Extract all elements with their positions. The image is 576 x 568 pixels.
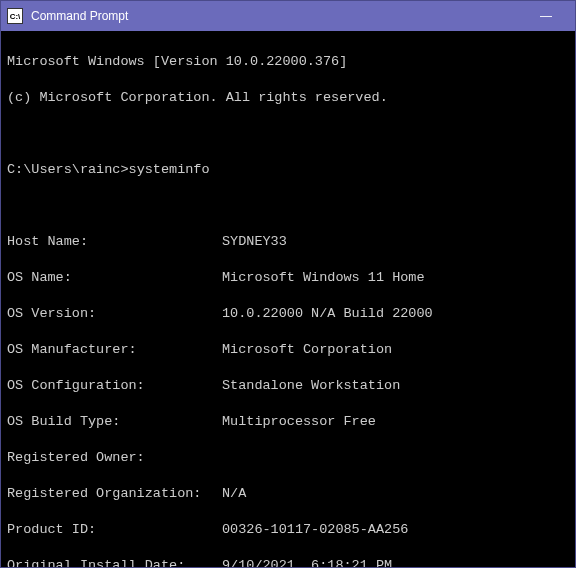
window-controls: —	[523, 1, 569, 31]
info-value: SYDNEY33	[222, 233, 569, 251]
cmd-icon: C:\	[7, 8, 23, 24]
info-label: OS Name:	[7, 269, 222, 287]
header-line-1: Microsoft Windows [Version 10.0.22000.37…	[7, 53, 569, 71]
info-row: Product ID:00326-10117-02085-AA256	[7, 521, 569, 539]
info-label: OS Configuration:	[7, 377, 222, 395]
command-prompt-window: C:\ Command Prompt — Microsoft Windows […	[0, 0, 576, 568]
blank-line	[7, 197, 569, 215]
titlebar[interactable]: C:\ Command Prompt —	[1, 1, 575, 31]
info-row: Registered Owner:	[7, 449, 569, 467]
info-label: OS Version:	[7, 305, 222, 323]
info-label: Product ID:	[7, 521, 222, 539]
info-label: Host Name:	[7, 233, 222, 251]
info-row: Registered Organization:N/A	[7, 485, 569, 503]
info-label: Registered Organization:	[7, 485, 222, 503]
prompt-line: C:\Users\rainc>systeminfo	[7, 161, 569, 179]
info-row: OS Build Type:Multiprocessor Free	[7, 413, 569, 431]
info-row: OS Configuration:Standalone Workstation	[7, 377, 569, 395]
info-value: 00326-10117-02085-AA256	[222, 521, 569, 539]
info-label: OS Manufacturer:	[7, 341, 222, 359]
info-value: 9/10/2021, 6:18:21 PM	[222, 557, 569, 567]
info-value: N/A	[222, 485, 569, 503]
info-label: OS Build Type:	[7, 413, 222, 431]
prompt-path: C:\Users\rainc>	[7, 161, 129, 179]
info-label: Registered Owner:	[7, 449, 222, 467]
info-value: 10.0.22000 N/A Build 22000	[222, 305, 569, 323]
info-value	[222, 449, 569, 467]
header-line-2: (c) Microsoft Corporation. All rights re…	[7, 89, 569, 107]
info-value: Microsoft Windows 11 Home	[222, 269, 569, 287]
info-value: Microsoft Corporation	[222, 341, 569, 359]
info-row: Host Name:SYDNEY33	[7, 233, 569, 251]
blank-line	[7, 125, 569, 143]
info-value: Multiprocessor Free	[222, 413, 569, 431]
info-row: Original Install Date:9/10/2021, 6:18:21…	[7, 557, 569, 567]
terminal-output[interactable]: Microsoft Windows [Version 10.0.22000.37…	[1, 31, 575, 567]
minimize-button[interactable]: —	[523, 1, 569, 31]
info-row: OS Name:Microsoft Windows 11 Home	[7, 269, 569, 287]
info-row: OS Manufacturer:Microsoft Corporation	[7, 341, 569, 359]
info-label: Original Install Date:	[7, 557, 222, 567]
window-title: Command Prompt	[31, 9, 523, 23]
info-value: Standalone Workstation	[222, 377, 569, 395]
info-row: OS Version:10.0.22000 N/A Build 22000	[7, 305, 569, 323]
prompt-command: systeminfo	[129, 161, 210, 179]
